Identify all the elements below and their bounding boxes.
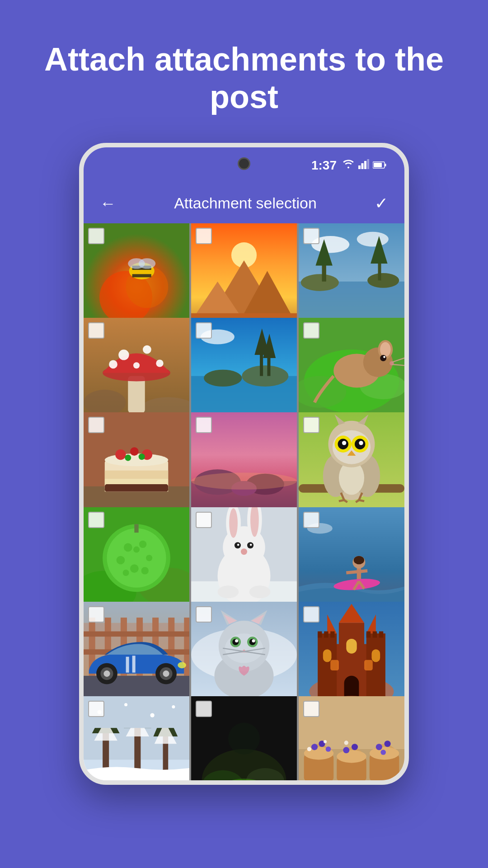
svg-rect-194	[318, 631, 322, 637]
svg-point-129	[250, 543, 252, 546]
photo-checkbox-10[interactable]	[88, 512, 104, 528]
svg-point-39	[109, 360, 117, 369]
svg-point-247	[344, 741, 348, 745]
photo-checkbox-4[interactable]	[88, 322, 104, 339]
back-button[interactable]: ←	[96, 190, 120, 217]
svg-rect-198	[373, 631, 377, 637]
svg-point-110	[139, 540, 146, 547]
svg-rect-200	[346, 639, 357, 654]
svg-point-71	[139, 454, 145, 460]
photo-item-15[interactable]	[299, 602, 404, 708]
photo-checkbox-7[interactable]	[88, 417, 104, 433]
svg-rect-6	[374, 163, 382, 167]
photo-item-3[interactable]	[299, 223, 404, 329]
photo-item-17[interactable]	[191, 696, 297, 784]
photo-item-1[interactable]	[84, 223, 189, 329]
photo-checkbox-1[interactable]	[88, 228, 104, 244]
photo-item-16[interactable]	[84, 696, 189, 784]
photo-checkbox-17[interactable]	[196, 701, 212, 717]
photo-checkbox-5[interactable]	[196, 322, 212, 339]
svg-point-43	[242, 365, 288, 387]
svg-rect-74	[105, 484, 168, 491]
photo-checkbox-11[interactable]	[196, 512, 212, 528]
photo-checkbox-3[interactable]	[303, 228, 319, 244]
svg-point-67	[115, 449, 126, 460]
svg-point-14	[139, 258, 155, 269]
svg-point-237	[337, 750, 366, 763]
svg-point-242	[376, 744, 382, 750]
svg-point-222	[172, 705, 175, 708]
photo-item-12[interactable]	[299, 507, 404, 613]
svg-rect-72	[105, 471, 168, 479]
photo-checkbox-2[interactable]	[196, 228, 212, 244]
svg-point-139	[354, 556, 364, 564]
svg-rect-152	[84, 631, 189, 637]
photo-item-18[interactable]	[299, 696, 404, 784]
photo-checkbox-16[interactable]	[88, 701, 104, 717]
photo-checkbox-18[interactable]	[303, 701, 319, 717]
svg-rect-201	[323, 649, 332, 662]
svg-point-131	[218, 585, 239, 598]
svg-point-40	[156, 359, 163, 367]
photo-checkbox-15[interactable]	[303, 606, 319, 623]
photo-item-14[interactable]	[191, 602, 297, 708]
camera-cutout	[238, 157, 250, 170]
photo-checkbox-9[interactable]	[303, 417, 319, 433]
svg-point-161	[178, 662, 186, 668]
phone-frame: 1:37	[79, 143, 409, 785]
photo-item-4[interactable]	[84, 318, 189, 424]
photo-item-11[interactable]	[191, 507, 297, 613]
photo-checkbox-6[interactable]	[303, 322, 319, 339]
svg-point-80	[191, 473, 297, 490]
svg-point-32	[84, 390, 126, 415]
photo-item-5[interactable]	[191, 318, 297, 424]
svg-point-38	[133, 362, 140, 368]
svg-point-57	[380, 342, 390, 357]
svg-point-37	[143, 345, 151, 354]
status-icons	[342, 159, 386, 172]
svg-point-246	[324, 740, 327, 743]
svg-point-44	[204, 370, 242, 387]
svg-point-23	[357, 231, 389, 246]
svg-point-59	[383, 356, 385, 358]
svg-rect-197	[366, 631, 371, 637]
photo-item-8[interactable]	[191, 412, 297, 518]
photo-item-9[interactable]	[299, 412, 404, 518]
status-time: 1:37	[311, 158, 337, 173]
svg-rect-12	[132, 274, 151, 277]
svg-rect-199	[379, 631, 383, 637]
svg-point-235	[326, 746, 331, 752]
svg-point-245	[307, 747, 311, 751]
svg-rect-2	[364, 161, 366, 169]
photo-item-2[interactable]	[191, 223, 297, 329]
svg-line-102	[359, 500, 364, 501]
svg-line-99	[339, 500, 344, 501]
svg-rect-204	[364, 660, 373, 670]
photo-item-13[interactable]	[84, 602, 189, 708]
svg-point-178	[252, 639, 255, 642]
svg-point-114	[123, 570, 129, 576]
photo-item-10[interactable]	[84, 507, 189, 613]
photo-item-6[interactable]	[299, 318, 404, 424]
svg-point-220	[124, 703, 127, 706]
photo-checkbox-14[interactable]	[196, 606, 212, 623]
photo-checkbox-12[interactable]	[303, 512, 319, 528]
svg-point-177	[235, 639, 238, 642]
svg-point-221	[150, 713, 154, 717]
confirm-button[interactable]: ✓	[371, 190, 392, 217]
svg-rect-196	[330, 631, 334, 637]
photo-item-7[interactable]	[84, 412, 189, 518]
photo-checkbox-8[interactable]	[196, 417, 212, 433]
photo-checkbox-13[interactable]	[88, 606, 104, 623]
svg-rect-163	[132, 656, 136, 672]
svg-rect-117	[134, 524, 138, 533]
svg-point-25	[301, 274, 339, 291]
svg-point-66	[105, 454, 168, 467]
svg-point-130	[241, 548, 247, 555]
svg-point-172	[225, 633, 263, 663]
svg-rect-34	[128, 376, 145, 413]
svg-point-132	[249, 585, 271, 598]
svg-point-58	[380, 355, 386, 361]
svg-point-116	[133, 546, 140, 552]
svg-rect-0	[358, 165, 361, 169]
